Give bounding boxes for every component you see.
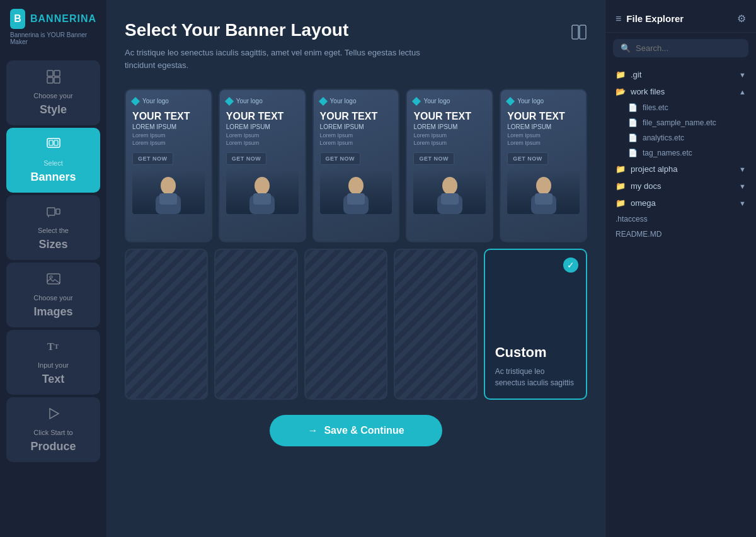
file-tree: 📁 .git ▼ 📂 work files ▲ 📄 files.etc 📄 fi… — [605, 64, 756, 537]
svg-rect-2 — [47, 77, 53, 83]
sidebar-item-style-label-bottom: Style — [40, 103, 67, 116]
svg-rect-8 — [56, 209, 60, 214]
tree-item-htaccess[interactable]: .htaccess — [608, 212, 753, 227]
search-input[interactable] — [636, 43, 741, 53]
search-bar: 🔍 — [613, 39, 748, 57]
style-icon — [46, 69, 61, 88]
svg-rect-3 — [54, 77, 60, 83]
tree-child-analytics[interactable]: 📄 analytics.etc — [628, 130, 753, 145]
save-button-label: Save & Continue — [324, 425, 404, 436]
sizes-icon — [46, 204, 61, 223]
sidebar-item-text-label-top: Input your — [38, 361, 69, 369]
file-icon: 📄 — [628, 133, 638, 142]
banner-card-2[interactable]: Your logo YOUR TEXT LOREM IPSUM Lorem Ip… — [219, 89, 306, 242]
svg-rect-15 — [580, 25, 586, 39]
sidebar-item-sizes-label-top: Select the — [38, 227, 69, 234]
layout-toggle-icon[interactable] — [571, 24, 587, 43]
main-header: Select Your Banner Layout Ac tristique l… — [125, 20, 440, 71]
svg-rect-27 — [441, 193, 459, 205]
banner-card-5[interactable]: Your logo YOUR TEXT LOREM IPSUM Lorem Ip… — [500, 89, 587, 242]
svg-text:T: T — [54, 342, 59, 350]
banner-sub-text-1: LOREM IPSUM — [132, 123, 205, 130]
banner-body-1: Lorem IpsumLorem Ipsum — [132, 132, 205, 147]
sidebar-item-banners[interactable]: Select Banners — [6, 128, 100, 193]
banner-card-gray-4[interactable] — [394, 249, 477, 400]
svg-point-25 — [442, 177, 457, 195]
svg-point-19 — [255, 177, 270, 195]
chevron-down-icon-git: ▼ — [739, 71, 746, 79]
nav-items: Choose your Style Select Banners — [0, 55, 106, 537]
svg-rect-21 — [253, 193, 271, 205]
sidebar-item-text-label-bottom: Text — [42, 373, 65, 386]
app-subtitle: Bannerina is YOUR Banner Maker — [10, 31, 96, 45]
tree-child-files-etc[interactable]: 📄 files.etc — [628, 100, 753, 115]
sidebar-item-sizes[interactable]: Select the Sizes — [6, 195, 100, 260]
file-explorer-header: ≡ File Explorer ⚙ — [605, 0, 756, 33]
banner-card-3[interactable]: Your logo YOUR TEXT LOREM IPSUM Lorem Ip… — [312, 89, 400, 242]
sidebar: B BANNERINA Bannerina is YOUR Banner Mak… — [0, 0, 107, 537]
text-icon: T T — [46, 339, 61, 358]
file-icon: 📄 — [628, 118, 638, 127]
svg-rect-0 — [47, 71, 53, 76]
banners-icon — [46, 137, 61, 155]
save-row: → Save & Continue — [125, 415, 587, 446]
folder-icon: 📁 — [616, 198, 626, 208]
svg-point-28 — [536, 177, 551, 195]
tree-child-tag-names[interactable]: 📄 tag_names.etc — [628, 145, 753, 161]
banner-logo-text: Your logo — [142, 98, 169, 105]
chevron-down-icon-project-alpha: ▼ — [739, 166, 746, 173]
page-description: Ac tristique leo senectus iaculis sagitt… — [125, 47, 440, 71]
svg-rect-5 — [49, 140, 53, 145]
file-icon: 📄 — [628, 149, 638, 157]
hamburger-icon[interactable]: ≡ — [616, 13, 621, 25]
svg-rect-30 — [535, 193, 553, 205]
tree-child-file-sample[interactable]: 📄 file_sample_name.etc — [628, 115, 753, 130]
tree-item-my-docs[interactable]: 📁 my docs ▼ — [608, 178, 753, 195]
banner-main-text-1: YOUR TEXT — [132, 111, 205, 122]
right-panel: ≡ File Explorer ⚙ 🔍 📁 .git ▼ 📂 work file… — [605, 0, 756, 537]
tree-item-readme[interactable]: README.MD — [608, 227, 753, 242]
svg-point-22 — [348, 177, 364, 195]
sidebar-item-text[interactable]: T T Input your Text — [6, 330, 100, 395]
sidebar-item-style[interactable]: Choose your Style — [6, 60, 100, 125]
banner-card-gray-2[interactable] — [214, 249, 297, 400]
sidebar-item-style-label-top: Choose your — [33, 92, 72, 99]
banner-card-gray-1[interactable] — [125, 249, 208, 400]
custom-check-icon: ✓ — [563, 257, 578, 273]
save-continue-button[interactable]: → Save & Continue — [270, 415, 442, 446]
banner-card-custom[interactable]: ✓ Custom Ac tristique leo senectus iacul… — [484, 249, 587, 400]
sidebar-item-images[interactable]: Choose your Images — [6, 263, 100, 327]
tree-label-work-files: work files — [631, 87, 665, 96]
tree-label-omega: omega — [631, 198, 656, 208]
tree-item-work-files[interactable]: 📂 work files ▲ — [608, 83, 753, 100]
tree-label-project-alpha: project alpha — [631, 164, 677, 174]
folder-icon: 📁 — [616, 70, 626, 79]
svg-rect-7 — [47, 208, 55, 215]
svg-rect-1 — [54, 71, 60, 76]
file-icon: 📄 — [628, 103, 638, 112]
custom-card-description: Ac tristique leo senectus iaculis sagitt… — [495, 366, 576, 388]
tree-label-git: .git — [631, 70, 641, 79]
images-icon — [46, 271, 61, 290]
banner-btn-1[interactable]: GET NOW — [132, 152, 173, 165]
tree-children-work-files: 📄 files.etc 📄 file_sample_name.etc 📄 ana… — [608, 100, 753, 161]
logo-diamond — [131, 96, 140, 105]
tree-label-my-docs: my docs — [631, 181, 661, 191]
tree-item-git[interactable]: 📁 .git ▼ — [608, 66, 753, 83]
sidebar-item-sizes-label-bottom: Sizes — [38, 238, 67, 251]
chevron-up-icon-work-files: ▲ — [739, 88, 746, 96]
svg-rect-18 — [159, 193, 177, 205]
file-explorer-title: File Explorer — [626, 13, 684, 24]
gear-icon[interactable]: ⚙ — [737, 13, 746, 25]
banner-card-gray-3[interactable] — [304, 249, 387, 400]
banner-card-4[interactable]: Your logo YOUR TEXT LOREM IPSUM Lorem Ip… — [406, 89, 493, 242]
sidebar-item-produce[interactable]: Click Start to Produce — [6, 397, 100, 462]
search-icon: 🔍 — [621, 43, 631, 53]
custom-card-title: Custom — [495, 344, 576, 361]
produce-icon — [46, 406, 61, 425]
tree-item-project-alpha[interactable]: 📁 project alpha ▼ — [608, 161, 753, 178]
sidebar-item-produce-label-bottom: Produce — [30, 440, 76, 453]
banner-card-1[interactable]: Your logo YOUR TEXT LOREM IPSUM Lorem Ip… — [125, 89, 212, 242]
tree-item-omega[interactable]: 📁 omega ▼ — [608, 195, 753, 212]
sidebar-item-produce-label-top: Click Start to — [33, 429, 72, 436]
